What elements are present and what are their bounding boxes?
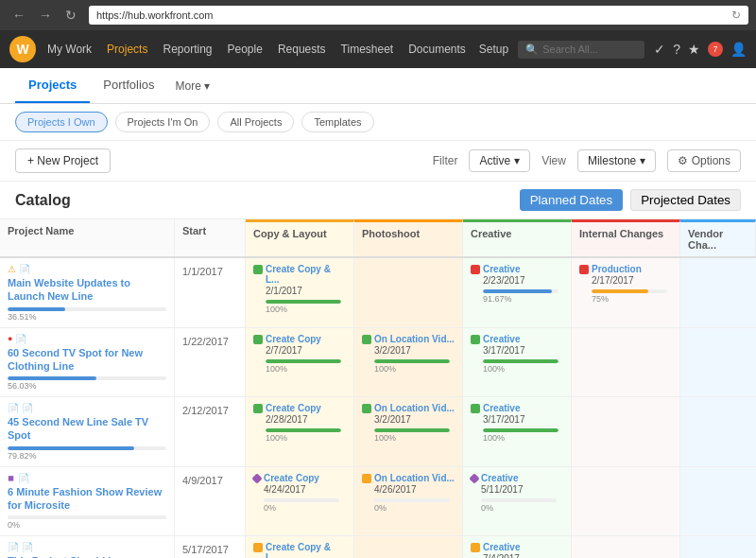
creative-milestone-3: Creative 3/17/2017 100% [463, 397, 572, 466]
vendor-milestone-5 [680, 536, 756, 558]
copy-name-5[interactable]: Create Copy & L... [266, 542, 346, 558]
search-box[interactable]: 🔍 [518, 41, 644, 59]
project-cell-2: ● 📄 60 Second TV Spot for New Clothing L… [0, 328, 175, 397]
creative-milestone-2: Creative 3/17/2017 100% [463, 328, 572, 397]
nav-projects[interactable]: Projects [107, 43, 147, 56]
creative-name-5[interactable]: Creative [483, 542, 558, 552]
file-icon: 📄 [15, 334, 26, 344]
milestone-icon-3 [253, 404, 263, 413]
progress-text-4: 0% [8, 520, 166, 530]
progress-text-3: 79.82% [8, 451, 166, 461]
nav-people[interactable]: People [228, 43, 263, 56]
nav-reporting[interactable]: Reporting [163, 43, 212, 56]
forward-button[interactable]: → [34, 6, 57, 25]
view-chevron-icon: ▾ [640, 154, 645, 167]
file-icon: 📄 [18, 473, 29, 483]
progress-text-1: 36.51% [8, 312, 166, 322]
file-icon2: 📄 [22, 403, 33, 413]
file-icon: 📄 [8, 403, 19, 413]
creative-pct-2: 100% [483, 364, 558, 374]
nav-requests[interactable]: Requests [278, 43, 326, 56]
view-dropdown[interactable]: Milestone ▾ [577, 149, 656, 172]
creative-milestone-4: Creative 5/11/2017 0% [463, 467, 572, 536]
copy-name-1[interactable]: Create Copy & L... [266, 264, 346, 285]
start-cell-4: 4/9/2017 [175, 467, 246, 536]
notification-badge[interactable]: 7 [708, 42, 723, 57]
creative-date-3: 3/17/2017 [483, 414, 558, 425]
photo-icon-3 [362, 404, 371, 413]
project-name-1[interactable]: Main Website Updates to Launch New Line [8, 276, 166, 304]
more-label: More [176, 79, 201, 93]
back-button[interactable]: ← [8, 6, 30, 25]
file-icon: 📄 [19, 264, 30, 274]
creative-date-2: 3/17/2017 [483, 345, 558, 356]
start-cell-5: 5/17/2017 [175, 536, 246, 558]
tab-projects[interactable]: Projects [15, 68, 90, 103]
nav-mywork[interactable]: My Work [47, 43, 92, 56]
address-bar[interactable]: https://hub.workfront.com ↻ [89, 6, 748, 25]
creative-icon-5 [471, 543, 480, 552]
filter-all-projects[interactable]: All Projects [217, 112, 294, 132]
user-icon[interactable]: 👤 [730, 42, 747, 57]
vendor-milestone-1 [680, 258, 756, 327]
photo-name-4[interactable]: On Location Vid... [374, 473, 455, 483]
vendor-milestone-2 [680, 328, 756, 397]
sub-nav: Projects Portfolios More ▾ [0, 68, 756, 104]
filter-projects-i-own[interactable]: Projects I Own [15, 112, 108, 132]
photo-name-2[interactable]: On Location Vid... [374, 334, 455, 344]
filter-chevron-icon: ▾ [514, 154, 520, 167]
creative-name-4[interactable]: Creative [481, 473, 557, 483]
creative-icon-2 [471, 335, 480, 344]
help-icon[interactable]: ? [673, 42, 680, 57]
project-cell-1: ⚠ 📄 Main Website Updates to Launch New L… [0, 258, 175, 327]
project-name-4[interactable]: 6 Minute Fashion Show Review for Microsi… [8, 485, 166, 513]
warning-icon: ⚠ [8, 264, 16, 274]
photo-date-3: 3/2/2017 [374, 414, 455, 425]
red-circle-icon: ● [8, 334, 12, 343]
creative-icon-4 [469, 473, 479, 483]
refresh-button[interactable]: ↻ [60, 6, 81, 25]
browser-nav: ← → ↻ [8, 6, 81, 25]
project-name-2[interactable]: 60 Second TV Spot for New Clothing Line [8, 346, 166, 374]
project-name-3[interactable]: 45 Second New Line Sale TV Spot [8, 415, 166, 443]
project-name-5[interactable]: This Project Should be Trashed! [8, 554, 166, 558]
brand-icon: W [9, 36, 36, 62]
copy-name-2[interactable]: Create Copy [266, 334, 341, 344]
search-input[interactable] [542, 44, 637, 55]
projected-dates-toggle[interactable]: Projected Dates [630, 189, 741, 211]
start-cell-2: 1/22/2017 [175, 328, 246, 397]
table-row: 📄 📄 This Project Should be Trashed! 0% 5… [0, 536, 756, 558]
nav-documents[interactable]: Documents [408, 43, 466, 56]
photo-pct-4: 0% [374, 503, 455, 513]
copy-date-2: 2/7/2017 [266, 345, 341, 356]
filter-dropdown[interactable]: Active ▾ [469, 149, 530, 172]
internal-name-1[interactable]: Production [592, 264, 667, 274]
internal-milestone-1: Production 2/17/2017 75% [572, 258, 680, 327]
browser-chrome: ← → ↻ https://hub.workfront.com ↻ [0, 0, 756, 30]
options-button[interactable]: ⚙ Options [667, 149, 741, 172]
copy-name-3[interactable]: Create Copy [266, 403, 341, 413]
more-dropdown[interactable]: More ▾ [168, 70, 217, 102]
copy-pct-4: 0% [264, 503, 339, 513]
column-headers: Project Name Start Copy & Layout Photosh… [0, 219, 756, 258]
photo-icon-4 [362, 474, 371, 483]
creative-name-1[interactable]: Creative [483, 264, 558, 274]
col-header-creative: Creative [463, 219, 572, 256]
creative-name-2[interactable]: Creative [483, 334, 558, 344]
new-project-button[interactable]: + New Project [15, 148, 111, 173]
internal-milestone-4 [572, 467, 680, 536]
planned-dates-toggle[interactable]: Planned Dates [520, 189, 623, 211]
nav-timesheet[interactable]: Timesheet [341, 43, 394, 56]
filter-templates[interactable]: Templates [301, 112, 373, 132]
photo-name-3[interactable]: On Location Vid... [374, 403, 455, 413]
creative-name-3[interactable]: Creative [483, 403, 558, 413]
checkmark-icon[interactable]: ✓ [654, 42, 665, 57]
copy-name-4[interactable]: Create Copy [264, 473, 339, 483]
star-icon[interactable]: ★ [688, 42, 700, 57]
filter-projects-im-on[interactable]: Projects I'm On [115, 112, 211, 132]
url-text: https://hub.workfront.com [96, 9, 214, 21]
creative-pct-1: 91.67% [483, 294, 558, 304]
setup-link[interactable]: Setup [479, 43, 508, 56]
internal-milestone-3 [572, 397, 680, 466]
tab-portfolios[interactable]: Portfolios [90, 68, 167, 103]
